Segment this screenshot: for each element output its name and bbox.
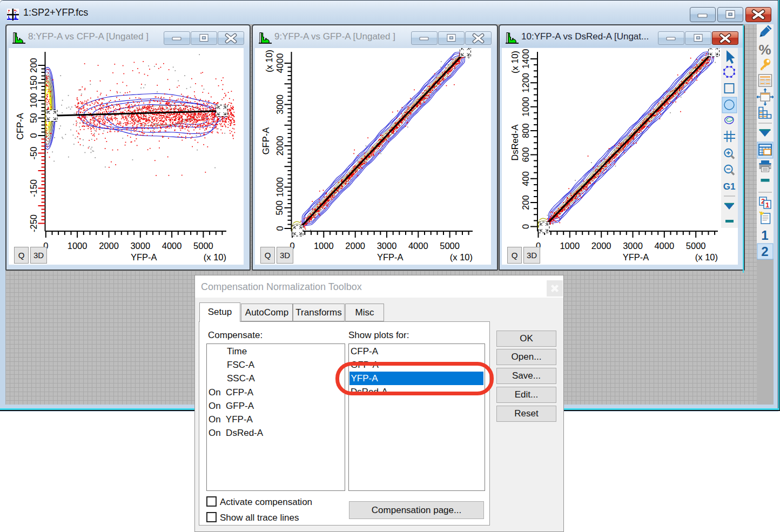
svg-text:0: 0 [521, 224, 530, 229]
svg-text:3000: 3000 [623, 241, 643, 251]
svg-text:1000: 1000 [560, 241, 580, 251]
svg-text:CFP-A: CFP-A [15, 113, 25, 140]
svg-text:YFP-A: YFP-A [377, 252, 404, 262]
svg-text:2000: 2000 [99, 241, 119, 251]
svg-text:(x 10): (x 10) [450, 252, 473, 262]
svg-text:-250: -250 [29, 214, 38, 232]
svg-text:150: 150 [29, 76, 38, 91]
svg-text:%: % [758, 42, 771, 58]
svg-text:4000: 4000 [275, 53, 285, 73]
svg-text:1: 1 [765, 201, 769, 209]
svg-text:5000: 5000 [440, 241, 460, 251]
svg-text:2: 2 [761, 244, 768, 259]
svg-text:1400: 1400 [521, 49, 530, 69]
svg-text:500: 500 [275, 200, 285, 216]
svg-text:200: 200 [29, 58, 38, 73]
svg-text:100: 100 [29, 93, 38, 108]
svg-text:-50: -50 [29, 147, 38, 160]
svg-text:(x 10): (x 10) [510, 51, 520, 73]
svg-text:5000: 5000 [686, 241, 706, 251]
svg-text:200: 200 [521, 195, 530, 210]
svg-text:5000: 5000 [193, 241, 213, 251]
svg-text:(x 10): (x 10) [264, 50, 274, 72]
svg-text:YFP-A: YFP-A [623, 252, 649, 262]
svg-text:50: 50 [29, 113, 38, 123]
svg-text:(x 10): (x 10) [695, 252, 718, 262]
svg-text:4000: 4000 [162, 241, 182, 251]
svg-text:3000: 3000 [275, 95, 285, 115]
svg-text:4000: 4000 [654, 241, 674, 251]
svg-text:GFP-A: GFP-A [261, 127, 271, 154]
svg-text:600: 600 [521, 147, 530, 163]
svg-text:800: 800 [521, 123, 530, 138]
svg-text:400: 400 [521, 171, 530, 186]
svg-text:3000: 3000 [377, 241, 397, 251]
svg-text:YFP-A: YFP-A [131, 252, 157, 262]
svg-text:-150: -150 [29, 179, 38, 197]
svg-text:0: 0 [275, 226, 285, 231]
svg-text:2000: 2000 [591, 241, 611, 251]
svg-text:1200: 1200 [521, 73, 530, 93]
svg-text:(x 10): (x 10) [204, 252, 226, 262]
svg-text:1000: 1000 [314, 241, 334, 251]
svg-text:0: 0 [29, 133, 38, 138]
svg-text:4000: 4000 [408, 241, 428, 251]
svg-text:2000: 2000 [345, 241, 365, 251]
svg-text:3000: 3000 [130, 241, 150, 251]
svg-text:DsRed-A: DsRed-A [510, 125, 520, 161]
svg-text:1000: 1000 [68, 241, 88, 251]
svg-text:1: 1 [761, 228, 768, 243]
svg-text:G1: G1 [723, 181, 736, 192]
svg-text:2000: 2000 [275, 136, 285, 156]
svg-text:1000: 1000 [521, 97, 530, 117]
svg-text:1000: 1000 [275, 177, 285, 197]
